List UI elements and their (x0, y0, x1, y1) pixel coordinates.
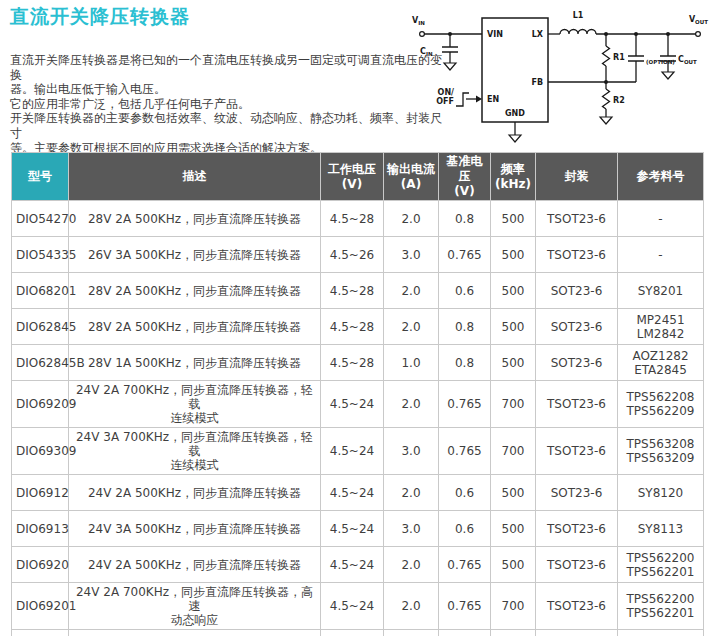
pin-gnd: GND (505, 109, 525, 118)
description-cell: 28V 2A 500KHz，同步直流降压转换器 (69, 201, 321, 237)
operating-voltage-cell: 4.5~28 (321, 309, 384, 345)
reference-voltage-cell: 0.6 (439, 475, 491, 511)
operating-voltage-cell: 4.5~24 (321, 547, 384, 583)
package-cell: TSOT23-6 (536, 381, 618, 428)
table-row: DIO6920 24V 2A 500KHz，同步直流降压转换器 4.5~24 2… (12, 547, 704, 583)
reference-part-cell: - (618, 201, 704, 237)
package-cell: TSOT23-6 (536, 547, 618, 583)
reference-part-cell: TPS562200 TPS562201 (618, 583, 704, 630)
frequency-cell: 700 (491, 428, 536, 475)
off-label: OFF (436, 97, 454, 106)
col-header-output-current: 输出电流 (A) (384, 153, 439, 201)
resistor-r2 (603, 89, 610, 109)
pin-lx: LX (532, 30, 544, 39)
cin-label: CIN (420, 47, 433, 57)
frequency-cell: 500 (491, 475, 536, 511)
vin-label: VIN (412, 16, 425, 26)
vin-terminal (420, 32, 425, 37)
output-current-cell: 2.0 (384, 547, 439, 583)
frequency-cell: 700 (491, 381, 536, 428)
operating-voltage-cell: 4.5~26 (321, 237, 384, 273)
col-header-reference-voltage: 基准电压 (V) (439, 153, 491, 201)
cout-label: COUT (678, 55, 697, 65)
output-current-cell: 2.0 (384, 201, 439, 237)
model-cell: DIO62845B (12, 345, 69, 381)
output-current-cell: 2.0 (384, 273, 439, 309)
ground-symbol (509, 135, 521, 142)
reference-part-cell: MP2451 LM2842 (618, 309, 704, 345)
frequency-cell: 500 (491, 237, 536, 273)
description-cell: 24V 2A 700KHz，同步直流降压转换器，高速 动态响应 (69, 583, 321, 630)
table-row: DIO54270 28V 2A 500KHz，同步直流降压转换器 4.5~28 … (12, 201, 704, 237)
description-cell: 28V 1A 500KHz，同步直流降压转换器 (69, 345, 321, 381)
output-current-cell: 2.0 (384, 381, 439, 428)
reference-part-cell: SY8113 (618, 511, 704, 547)
inductor (560, 30, 596, 35)
description-cell: 24V 2A 500KHz，同步直流降压转换器 (69, 547, 321, 583)
operating-voltage-cell: 4.5~28 (321, 273, 384, 309)
frequency-cell: 500 (491, 630, 536, 636)
model-cell: DIO69209 (12, 381, 69, 428)
table-row: DIO6930 24V 3A 500KHz，同步直流降压转换器 4.5~24 3… (12, 630, 704, 636)
operating-voltage-cell: 4.5~24 (321, 583, 384, 630)
pin-vin: VIN (487, 30, 503, 39)
ground-symbol (662, 72, 674, 79)
package-cell: TSOT23-6 (536, 511, 618, 547)
operating-voltage-cell: 4.5~24 (321, 381, 384, 428)
reference-voltage-cell: 0.765 (439, 583, 491, 630)
output-current-cell: 3.0 (384, 511, 439, 547)
reference-voltage-cell: 0.6 (439, 273, 491, 309)
reference-voltage-cell: 0.765 (439, 630, 491, 636)
table-row: DIO54335 26V 3A 500KHz，同步直流降压转换器 4.5~26 … (12, 237, 704, 273)
frequency-cell: 500 (491, 273, 536, 309)
output-current-cell: 1.0 (384, 345, 439, 381)
operating-voltage-cell: 4.5~28 (321, 201, 384, 237)
table-row: DIO68201 28V 2A 500KHz，同步直流降压转换器 4.5~28 … (12, 273, 704, 309)
reference-part-cell: TPS563200 (618, 630, 704, 636)
col-header-model: 型号 (12, 153, 69, 201)
reference-voltage-cell: 0.8 (439, 309, 491, 345)
output-current-cell: 2.0 (384, 309, 439, 345)
operating-voltage-cell: 4.5~28 (321, 345, 384, 381)
model-cell: DIO6920 (12, 547, 69, 583)
reference-voltage-cell: 0.765 (439, 237, 491, 273)
frequency-cell: 500 (491, 547, 536, 583)
table-row: DIO62845 28V 2A 500KHz，同步直流降压转换器 4.5~28 … (12, 309, 704, 345)
table-row: DIO6913 24V 3A 500KHz，同步直流降压转换器 4.5~24 3… (12, 511, 704, 547)
vout-label: VOUT (689, 15, 708, 25)
frequency-cell: 500 (491, 345, 536, 381)
table-row: DIO69309 24V 3A 700KHz，同步直流降压转换器，轻载 连续模式… (12, 428, 704, 475)
description-cell: 28V 2A 500KHz，同步直流降压转换器 (69, 309, 321, 345)
reference-part-cell: TPS563208 TPS563209 (618, 428, 704, 475)
reference-voltage-cell: 0.6 (439, 511, 491, 547)
on-label: ON/ (438, 88, 454, 97)
output-current-cell: 3.0 (384, 630, 439, 636)
page: 直流开关降压转换器 直流开关降压转换器是将已知的一个直流电压转换成另一固定或可调… (0, 0, 713, 636)
package-cell: TSOT23-6 (536, 583, 618, 630)
vout-terminal (696, 32, 701, 37)
intro-text: 直流开关降压转换器是将已知的一个直流电压转换成另一固定或可调直流电压的变换 器。… (10, 53, 446, 155)
reference-part-cell: - (618, 237, 704, 273)
model-cell: DIO6913 (12, 511, 69, 547)
reference-voltage-cell: 0.765 (439, 428, 491, 475)
reference-part-cell: AOZ1282 ETA2845 (618, 345, 704, 381)
model-cell: DIO62845 (12, 309, 69, 345)
col-header-operating-voltage: 工作电压 (V) (321, 153, 384, 201)
table-row: DIO69201 24V 2A 700KHz，同步直流降压转换器，高速 动态响应… (12, 583, 704, 630)
package-cell: TSOT23-6 (536, 428, 618, 475)
product-table-header: 型号 描述 工作电压 (V) 输出电流 (A) 基准电压 (V) 频率 (kHz… (12, 153, 704, 201)
col-header-description: 描述 (69, 153, 321, 201)
model-cell: DIO54270 (12, 201, 69, 237)
col-header-reference-part: 参考料号 (618, 153, 704, 201)
ground-symbol (600, 117, 612, 124)
table-row: DIO62845B 28V 1A 500KHz，同步直流降压转换器 4.5~28… (12, 345, 704, 381)
col-header-frequency: 频率 (kHz) (491, 153, 536, 201)
option-label: (OPTION) (646, 59, 675, 65)
frequency-cell: 500 (491, 309, 536, 345)
reference-voltage-cell: 0.765 (439, 381, 491, 428)
reference-voltage-cell: 0.8 (439, 201, 491, 237)
model-cell: DIO54335 (12, 237, 69, 273)
pin-fb: FB (531, 78, 543, 87)
operating-voltage-cell: 4.5~24 (321, 630, 384, 636)
table-row: DIO69209 24V 2A 700KHz，同步直流降压转换器，轻载 连续模式… (12, 381, 704, 428)
